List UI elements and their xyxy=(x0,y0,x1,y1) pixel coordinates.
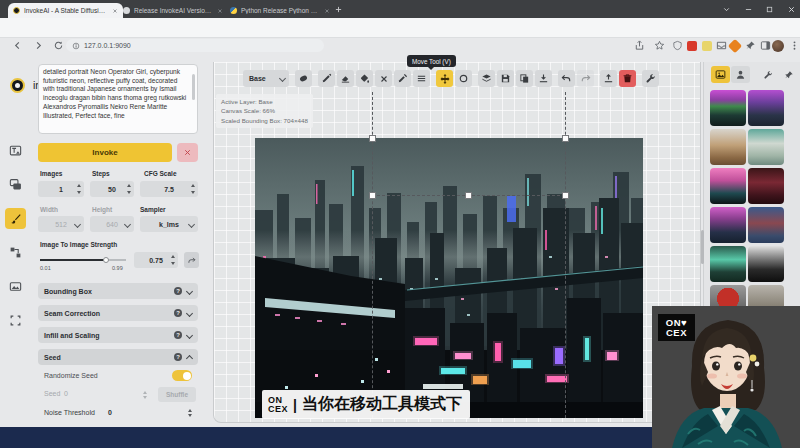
accordion-bounding-box[interactable]: Bounding Box ? xyxy=(38,283,198,299)
download-image-button[interactable] xyxy=(535,70,552,87)
new-tab-icon[interactable] xyxy=(334,5,343,14)
window-menu-chevron-icon[interactable] xyxy=(722,5,731,14)
help-icon[interactable]: ? xyxy=(174,309,182,317)
accordion-label: Seed xyxy=(44,354,61,361)
seed-field-label: Seed xyxy=(44,390,60,397)
reset-view-button[interactable] xyxy=(455,70,472,87)
help-icon[interactable]: ? xyxy=(174,287,182,295)
tab-close-icon[interactable] xyxy=(217,8,223,14)
tab-close-icon[interactable] xyxy=(324,8,330,14)
merge-visible-button[interactable] xyxy=(478,70,495,87)
pin-icon xyxy=(784,70,794,80)
prompt-scrollbar[interactable] xyxy=(191,66,196,132)
strength-reset-button[interactable] xyxy=(184,252,199,268)
cancel-icon xyxy=(183,148,192,157)
gallery-thumbnail[interactable] xyxy=(748,90,784,126)
chevron-down-icon xyxy=(186,309,193,316)
tab-post-processing[interactable] xyxy=(5,276,26,297)
window-close-icon[interactable] xyxy=(787,5,796,14)
subtitle-brand-logo: ON CEX xyxy=(268,396,288,414)
shuffle-label: Shuffle xyxy=(166,391,188,398)
randomize-seed-label: Randomize Seed xyxy=(44,372,98,379)
browser-tab-github-release[interactable]: Release InvokeAI Version 2.1.3 · A Stab xyxy=(118,3,228,18)
bbox-handle[interactable] xyxy=(465,192,472,199)
gallery-tab-user[interactable] xyxy=(731,66,750,83)
sampler-label: Sampler xyxy=(140,206,166,213)
bbox-handle[interactable] xyxy=(369,192,376,199)
steps-stepper[interactable]: 50 xyxy=(90,181,134,197)
cancel-button[interactable] xyxy=(177,143,198,162)
tab-text-to-image[interactable] xyxy=(5,140,26,161)
redo-button[interactable] xyxy=(577,70,594,87)
tab-image-to-image[interactable] xyxy=(5,174,26,195)
gallery-thumbnail[interactable] xyxy=(710,129,746,165)
tab-unified-canvas[interactable] xyxy=(5,208,26,229)
window-maximize-icon[interactable] xyxy=(765,5,774,14)
gallery-thumbnail[interactable] xyxy=(748,168,784,204)
slider-thumb[interactable] xyxy=(103,257,109,263)
move-tool-button[interactable] xyxy=(436,70,453,87)
accordion-seed[interactable]: Seed ? xyxy=(38,349,198,365)
brush-options-button[interactable] xyxy=(413,70,430,87)
canvas-image-cyberpunk-city[interactable] xyxy=(255,138,643,418)
sampler-select[interactable]: k_lms xyxy=(140,216,198,232)
tab-nodes[interactable] xyxy=(5,242,26,263)
help-icon[interactable]: ? xyxy=(174,353,182,361)
gallery-resize-handle[interactable] xyxy=(701,230,704,264)
brush-tool-button[interactable] xyxy=(318,70,335,87)
tab-training[interactable] xyxy=(5,310,26,331)
undo-button[interactable] xyxy=(558,70,575,87)
noise-threshold-value[interactable]: 0 xyxy=(108,409,112,416)
prompt-textarea[interactable]: detailed portrait Neon Operator Girl, cy… xyxy=(38,64,198,134)
gallery-thumbnail[interactable] xyxy=(748,129,784,165)
fill-tool-button[interactable] xyxy=(356,70,373,87)
cfg-value: 7.5 xyxy=(164,186,174,193)
accordion-seam-correction[interactable]: Seam Correction ? xyxy=(38,305,198,321)
gallery-settings-button[interactable] xyxy=(758,66,777,83)
shuffle-seed-button[interactable]: Shuffle xyxy=(158,387,196,402)
strength-slider[interactable] xyxy=(40,259,126,262)
tab-title: Python Release Python 3.10.6 | Python xyxy=(241,7,320,14)
save-to-gallery-button[interactable] xyxy=(497,70,514,87)
gallery-thumbnail[interactable] xyxy=(710,90,746,126)
bbox-handle[interactable] xyxy=(562,192,569,199)
browser-tab-invokeai[interactable]: InvokeAI - A Stable Diffusion Toolkit xyxy=(8,3,123,18)
copy-to-clipboard-button[interactable] xyxy=(516,70,533,87)
upload-image-button[interactable] xyxy=(600,70,617,87)
gallery-thumbnail[interactable] xyxy=(710,168,746,204)
accordion-infill-scaling[interactable]: Infill and Scaling ? xyxy=(38,327,198,343)
image-icon xyxy=(715,69,726,80)
gallery-tab-images[interactable] xyxy=(711,66,730,83)
strength-stepper[interactable]: 0.75 xyxy=(134,252,178,268)
subtitle-divider: | xyxy=(293,397,297,413)
bbox-handle[interactable] xyxy=(562,135,569,142)
help-icon[interactable]: ? xyxy=(174,331,182,339)
browser-tab-python[interactable]: Python Release Python 3.10.6 | Python xyxy=(225,3,335,18)
browser-tab-bar: InvokeAI - A Stable Diffusion Toolkit Re… xyxy=(0,0,800,18)
color-picker-tool-button[interactable] xyxy=(394,70,411,87)
clear-canvas-trash-button[interactable] xyxy=(619,70,636,87)
gallery-thumbnail[interactable] xyxy=(748,246,784,282)
layer-select[interactable]: Base xyxy=(243,70,289,87)
invokeai-favicon xyxy=(13,7,20,14)
bbox-handle[interactable] xyxy=(369,135,376,142)
invoke-button[interactable]: Invoke xyxy=(38,143,172,162)
canvas-settings-button[interactable] xyxy=(642,70,659,87)
gallery-thumbnail[interactable] xyxy=(710,207,746,243)
gallery-pin-button[interactable] xyxy=(779,66,798,83)
mask-brush-tool-button[interactable] xyxy=(295,70,312,87)
erase-bbox-button[interactable] xyxy=(375,70,392,87)
images-stepper[interactable]: 1 xyxy=(38,181,84,197)
seed-input[interactable]: 0 xyxy=(64,390,68,397)
workflow-rail xyxy=(0,62,30,427)
width-select[interactable]: 512 xyxy=(38,216,84,232)
cfg-stepper[interactable]: 7.5 xyxy=(140,181,198,197)
randomize-seed-toggle[interactable] xyxy=(172,370,192,381)
eraser-tool-button[interactable] xyxy=(337,70,354,87)
gallery-thumbnail[interactable] xyxy=(710,246,746,282)
height-select[interactable]: 640 xyxy=(90,216,134,232)
window-minimize-icon[interactable] xyxy=(744,5,753,14)
height-label: Height xyxy=(92,206,112,213)
gallery-thumbnail[interactable] xyxy=(748,207,784,243)
scaled-bbox-info: Scaled Bounding Box: 704×448 xyxy=(221,116,308,125)
